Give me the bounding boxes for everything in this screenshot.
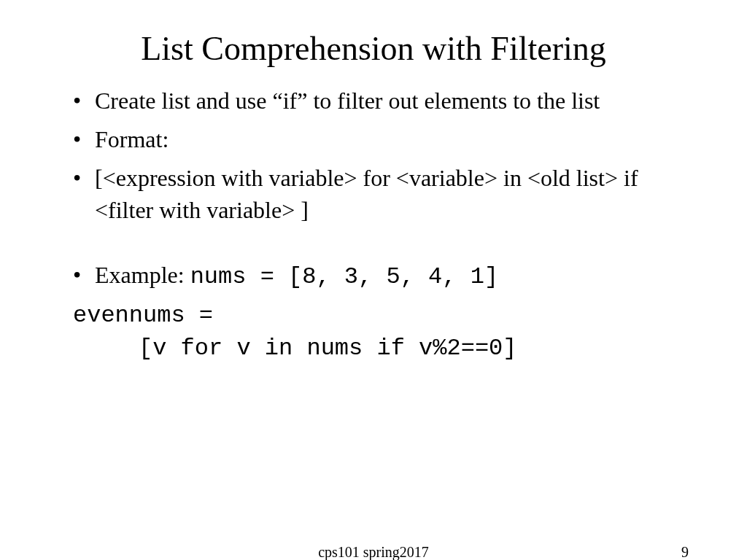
- code-line: evennums =: [51, 300, 696, 332]
- code-line: [v for v in nums if v%2==0]: [51, 332, 696, 365]
- bullet-item-example: Example: nums = [8, 3, 5, 4, 1]: [73, 260, 696, 292]
- bullet-item: Create list and use “if” to filter out e…: [73, 85, 696, 117]
- example-code: nums = [8, 3, 5, 4, 1]: [190, 263, 498, 290]
- bullet-list-example: Example: nums = [8, 3, 5, 4, 1]: [51, 260, 696, 292]
- slide-title: List Comprehension with Filtering: [51, 29, 696, 68]
- bullet-list: Create list and use “if” to filter out e…: [51, 85, 696, 226]
- bullet-item: Format:: [73, 124, 696, 155]
- footer-course: cps101 spring2017: [318, 544, 429, 560]
- example-label: Example:: [95, 262, 190, 288]
- bullet-item: [<expression with variable> for <variabl…: [73, 163, 696, 225]
- footer-page-number: 9: [681, 544, 689, 560]
